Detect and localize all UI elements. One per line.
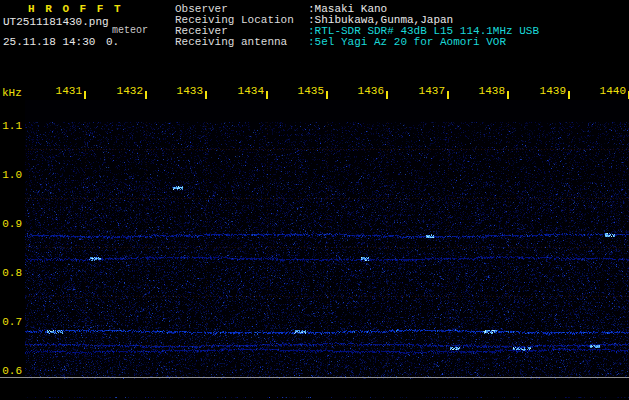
time-tick-3 [266, 91, 268, 99]
time-tick-label-7: 1438 [471, 86, 505, 97]
freq-axis-unit: kHz [2, 88, 22, 99]
hrofft-screen: H R O F F T UT2511181430.png meteor 25.1… [0, 0, 629, 400]
freq-tick-label-3: 0.8 [0, 268, 22, 279]
freq-tick-label-4: 0.7 [0, 317, 22, 328]
time-tick-label-3: 1434 [230, 86, 264, 97]
time-tick-label-8: 1439 [532, 86, 566, 97]
time-tick-5 [386, 91, 388, 99]
echo-count: 0. [106, 37, 119, 48]
time-tick-label-1: 1432 [109, 86, 143, 97]
station-info-label-3: Receiving antenna [175, 37, 287, 48]
time-tick-label-9: 1440 [592, 86, 626, 97]
freq-tick-label-1: 1.0 [0, 170, 22, 181]
observation-datetime: 25.11.18 14:30 [3, 37, 95, 48]
time-tick-label-5: 1436 [350, 86, 384, 97]
time-tick-1 [145, 91, 147, 99]
freq-tick-label-5: 0.6 [0, 366, 22, 377]
freq-tick-label-0: 1.1 [0, 121, 22, 132]
station-info-value-3: :5el Yagi Az 20 for Aomori VOR [308, 37, 506, 48]
time-tick-label-4: 1435 [290, 86, 324, 97]
spectrogram-plot [25, 100, 629, 376]
time-tick-4 [326, 91, 328, 99]
app-title: H R O F F T [28, 4, 123, 15]
spectrogram-canvas [25, 122, 629, 398]
time-tick-2 [205, 91, 207, 99]
time-tick-6 [447, 91, 449, 99]
observation-mode-label: meteor [112, 25, 148, 36]
time-tick-label-2: 1433 [169, 86, 203, 97]
freq-tick-label-2: 0.9 [0, 219, 22, 230]
time-tick-0 [84, 91, 86, 99]
time-tick-8 [568, 91, 570, 99]
separator-line [0, 377, 629, 378]
time-tick-7 [507, 91, 509, 99]
signal-level-meter [25, 379, 629, 397]
output-filename: UT2511181430.png [3, 17, 109, 28]
time-tick-label-6: 1437 [411, 86, 445, 97]
time-tick-label-0: 1431 [48, 86, 82, 97]
